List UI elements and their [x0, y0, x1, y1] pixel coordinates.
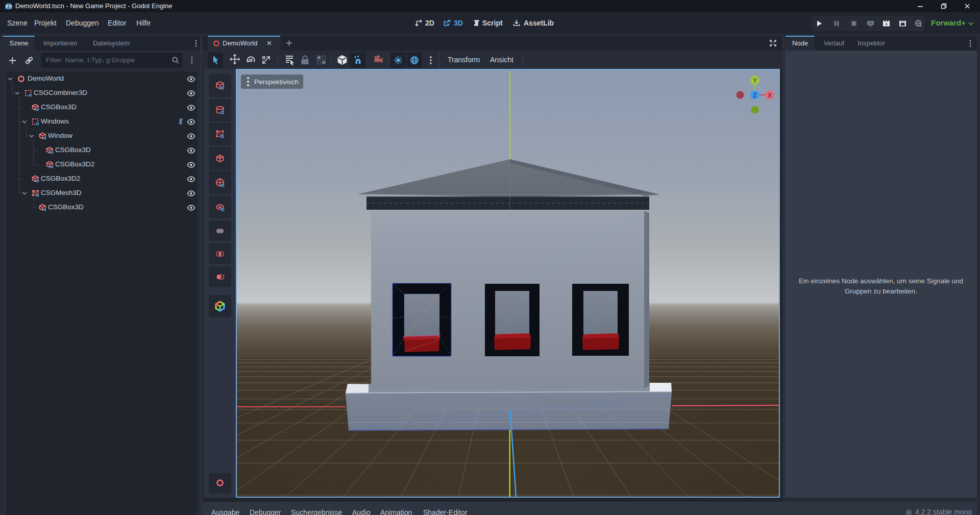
svg-text:X: X	[768, 92, 772, 99]
svg-text:Perspektivisch: Perspektivisch	[254, 78, 299, 86]
svg-text:Y: Y	[753, 77, 757, 84]
svg-text:Z: Z	[753, 92, 756, 99]
